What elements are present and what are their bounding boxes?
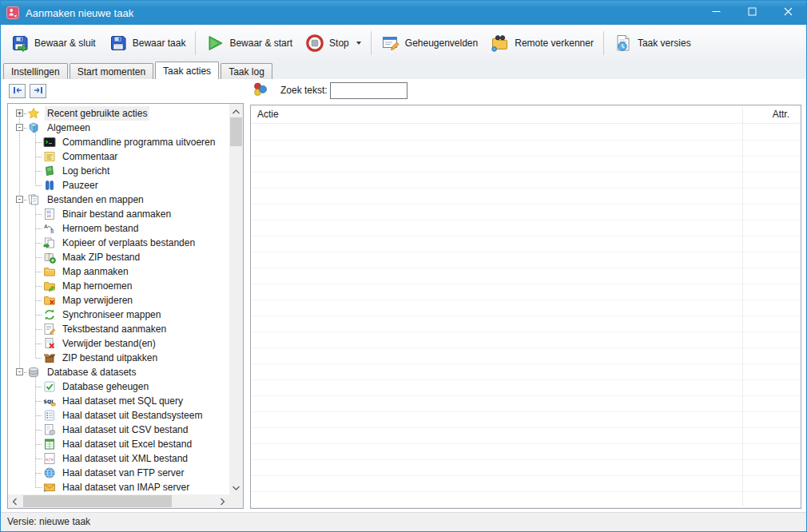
- chevron-up-icon: [233, 105, 240, 117]
- maximize-button[interactable]: [734, 1, 770, 25]
- toolbar-button-label: Remote verkenner: [515, 38, 594, 49]
- tree-node-label: Commentaar: [60, 149, 120, 164]
- tree-node[interactable]: Haal dataset uit Excel bestand: [8, 437, 229, 451]
- log-book-icon: [43, 165, 56, 177]
- tree-node-label: Database & datasets: [45, 365, 138, 379]
- scroll-left-button[interactable]: [8, 494, 22, 508]
- tree-node[interactable]: Log bericht: [8, 164, 229, 178]
- close-button[interactable]: [770, 1, 806, 25]
- toolbar-button-label: Bewaar & sluit: [34, 38, 96, 49]
- toolbar-button-stop[interactable]: Stop: [299, 29, 368, 58]
- tab-taak-acties[interactable]: Taak acties: [155, 62, 219, 79]
- save-icon: [109, 34, 128, 53]
- chevron-left-icon: [13, 498, 18, 505]
- list-body[interactable]: [251, 124, 801, 509]
- tree-node[interactable]: Commentaar: [8, 149, 229, 164]
- tree-horizontal-scrollbar[interactable]: [8, 494, 229, 508]
- tree-expander[interactable]: +: [16, 109, 23, 117]
- column-header-attr[interactable]: Attr.: [773, 109, 789, 120]
- tree-node[interactable]: Tekstbestand aanmaken: [8, 322, 229, 336]
- vertical-scrollbar-thumb[interactable]: [230, 117, 242, 146]
- tree-node[interactable]: Haal dataset uit Bestandsysteem: [8, 408, 229, 423]
- tree-node-label: Haal dataset met SQL query: [60, 394, 185, 408]
- rename-file-icon: AB: [43, 222, 56, 235]
- list-row: [251, 141, 801, 157]
- star-icon: [27, 107, 40, 120]
- horizontal-scrollbar-thumb[interactable]: [23, 495, 172, 507]
- tab-taak-log[interactable]: Taak log: [221, 63, 272, 79]
- list-row: [251, 444, 801, 460]
- tree-expander[interactable]: -: [16, 124, 23, 131]
- tree-node[interactable]: Maak ZIP bestand: [8, 250, 229, 264]
- tree-node[interactable]: -Database & datasets: [8, 365, 229, 379]
- memory-fields-icon: [381, 34, 400, 53]
- toolbar-button-taak-versies[interactable]: Taak versies: [607, 29, 698, 58]
- tree-node[interactable]: Haal dataset van IMAP server: [8, 480, 229, 494]
- tree-node[interactable]: Map verwijderen: [8, 293, 229, 308]
- ftp-globe-icon: [43, 466, 56, 479]
- tree-node[interactable]: -Algemeen: [8, 121, 229, 135]
- tree-node[interactable]: Haal dataset uit CSV bestand: [8, 423, 229, 437]
- tree-node-label: Synchroniseer mappen: [60, 308, 163, 322]
- tree-node-label: ZIP bestand uitpakken: [60, 351, 160, 365]
- tree-node[interactable]: 0110Binair bestand aanmaken: [8, 207, 229, 221]
- tab-start-momenten[interactable]: Start momenten: [70, 63, 153, 79]
- tree-toolbar: [9, 84, 46, 98]
- tree-expander[interactable]: -: [16, 368, 23, 375]
- tree-node[interactable]: Kopieer of verplaats bestanden: [8, 236, 229, 250]
- folder-icon: [43, 265, 56, 278]
- tree-node-label: Map hernoemen: [60, 279, 134, 293]
- toolbar-button-bewaar-sluit[interactable]: Bewaar & sluit: [4, 29, 102, 58]
- tree-node[interactable]: ABHernoem bestand: [8, 221, 229, 236]
- toolbar-separator: [371, 31, 372, 55]
- list-row: [251, 236, 801, 252]
- tab-instellingen[interactable]: Instellingen: [3, 63, 68, 79]
- actions-tree[interactable]: +Recent gebruikte acties-AlgemeenCommand…: [8, 104, 229, 494]
- tree-node-label: Log bericht: [60, 164, 112, 178]
- tree-node[interactable]: Database geheugen: [8, 379, 229, 394]
- tree-expander[interactable]: -: [16, 196, 23, 203]
- list-row: [251, 396, 801, 412]
- tree-node[interactable]: Map hernoemen: [8, 279, 229, 293]
- list-row: [251, 173, 801, 189]
- tree-node[interactable]: </>Haal dataset uit XML bestand: [8, 451, 229, 466]
- toolbar-separator: [603, 31, 604, 55]
- toolbar-button-label: Geheugenvelden: [405, 38, 478, 49]
- expand-all-button[interactable]: [30, 84, 46, 98]
- dropdown-caret-icon: [356, 42, 361, 45]
- list-row: [251, 124, 801, 141]
- tree-node[interactable]: +Recent gebruikte acties: [8, 106, 229, 121]
- list-row: [251, 508, 801, 509]
- tree-node[interactable]: SQLHaal dataset met SQL query: [8, 394, 229, 408]
- scroll-right-button[interactable]: [216, 494, 229, 508]
- toolbar-button-geheugenvelden[interactable]: Geheugenvelden: [375, 29, 484, 58]
- app-window: Aanmaken nieuwe taak Bewaar & sluitBewaa…: [0, 0, 807, 532]
- tree-node[interactable]: Haal dataset van FTP server: [8, 466, 229, 480]
- list-row: [251, 460, 801, 476]
- column-header-actie[interactable]: Actie: [257, 109, 279, 120]
- scroll-up-button[interactable]: [229, 104, 243, 117]
- scroll-down-button[interactable]: [229, 481, 243, 494]
- app-icon: [6, 6, 19, 19]
- tree-node[interactable]: Verwijder bestand(en): [8, 336, 229, 351]
- search-input[interactable]: [330, 82, 407, 99]
- note-icon: [43, 150, 56, 163]
- list-row: [251, 332, 801, 348]
- list-row: [251, 412, 801, 428]
- svg-text:</>: </>: [46, 457, 54, 462]
- tree-node[interactable]: -Bestanden en mappen: [8, 193, 229, 207]
- tree-node[interactable]: Map aanmaken: [8, 264, 229, 279]
- minimize-button[interactable]: [698, 1, 734, 25]
- toolbar-button-remote-verkenner[interactable]: Remote verkenner: [484, 29, 600, 58]
- tree-node[interactable]: Synchroniseer mappen: [8, 308, 229, 322]
- toolbar-button-bewaar-taak[interactable]: Bewaar taak: [102, 29, 193, 58]
- sync-folders-icon: [43, 308, 56, 321]
- toolbar-button-bewaar-start[interactable]: Bewaar & start: [199, 29, 299, 58]
- tree-node[interactable]: ZIP bestand uitpakken: [8, 351, 229, 365]
- tree-node[interactable]: Commandline programma uitvoeren: [8, 135, 229, 149]
- tree-node-label: Recent gebruikte acties: [45, 106, 149, 121]
- collapse-all-button[interactable]: [9, 84, 26, 98]
- tree-node[interactable]: Pauzeer: [8, 178, 229, 193]
- list-row: [251, 380, 801, 396]
- tree-vertical-scrollbar[interactable]: [229, 104, 243, 494]
